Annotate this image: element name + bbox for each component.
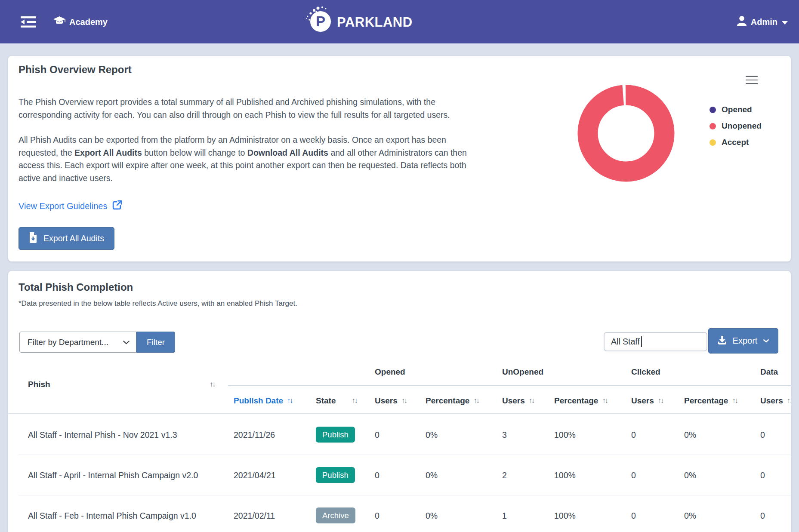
legend-dot-accept bbox=[710, 139, 716, 146]
row-separator bbox=[19, 495, 791, 495]
nav-academy-link[interactable]: Academy bbox=[53, 16, 108, 28]
cell-unopened-percentage: 100% bbox=[554, 496, 576, 532]
column-header-publish-date[interactable]: Publish Date ↑↓ bbox=[234, 396, 292, 406]
search-input[interactable]: All Staff bbox=[604, 332, 707, 351]
column-header-opened-percentage[interactable]: Percentage ↑↓ bbox=[426, 396, 478, 406]
table-row[interactable]: All Staff - April - Internal Phish Campa… bbox=[8, 455, 791, 495]
user-icon bbox=[737, 16, 747, 28]
download-all-audits-bold: Download All Audits bbox=[247, 148, 328, 157]
cell-clicked-users: 0 bbox=[631, 415, 636, 455]
cell-unopened-users: 2 bbox=[502, 455, 507, 495]
total-phish-completion-card: Total Phish Completion *Data presented i… bbox=[8, 271, 791, 532]
cell-opened-percentage: 0% bbox=[426, 496, 438, 532]
cell-clicked-percentage: 0% bbox=[684, 415, 696, 455]
caret-down-icon bbox=[782, 21, 788, 25]
legend-label: Accept bbox=[722, 138, 749, 147]
cell-phish-name[interactable]: All Staff - Feb - Internal Phish Campaig… bbox=[28, 496, 196, 532]
sort-icon: ↑↓ bbox=[658, 397, 663, 405]
cell-clicked-percentage: 0% bbox=[684, 455, 696, 495]
column-header-phish[interactable]: Phish bbox=[28, 380, 50, 389]
parkland-logo-icon[interactable]: P bbox=[303, 4, 336, 41]
section-title: Total Phish Completion bbox=[19, 281, 133, 293]
table-note: *Data presented in the below table refle… bbox=[19, 299, 297, 308]
export-all-audits-bold: Export All Audits bbox=[74, 148, 142, 157]
sort-icon: ↑↓ bbox=[732, 397, 737, 405]
sort-icon: ↑↓ bbox=[287, 397, 292, 405]
column-header-unopened-users[interactable]: Users ↑↓ bbox=[502, 396, 534, 406]
brand-name: PARKLAND bbox=[337, 15, 413, 30]
admin-menu[interactable]: Admin bbox=[737, 16, 788, 28]
cell-phish-name[interactable]: All Staff - April - Internal Phish Campa… bbox=[28, 455, 198, 495]
filter-button[interactable]: Filter bbox=[136, 332, 175, 353]
cell-phish-name[interactable]: All Staff - Internal Phish - Nov 2021 v1… bbox=[28, 415, 177, 455]
external-link-icon bbox=[112, 200, 123, 212]
column-header-clicked-percentage[interactable]: Percentage ↑↓ bbox=[684, 396, 737, 406]
sort-icon: ↑↓ bbox=[787, 397, 791, 405]
legend-dot-opened bbox=[710, 107, 716, 113]
donut-segment-unopened[interactable] bbox=[587, 95, 665, 172]
legend-item-accept[interactable]: Accept bbox=[710, 134, 762, 151]
button-label: Export All Audits bbox=[43, 234, 104, 243]
column-header-opened-users[interactable]: Users ↑↓ bbox=[375, 396, 407, 406]
cell-opened-percentage: 0% bbox=[426, 455, 438, 495]
graduation-cap-icon bbox=[53, 16, 65, 28]
sort-icon: ↑↓ bbox=[473, 397, 478, 405]
column-header-state[interactable]: State ↑↓ bbox=[316, 396, 357, 406]
chart-legend: Opened Unopened Accept bbox=[710, 101, 762, 151]
cell-data-users: 0 bbox=[760, 496, 765, 532]
cell-opened-users: 0 bbox=[375, 415, 379, 455]
legend-dot-unopened bbox=[710, 123, 716, 129]
legend-item-opened[interactable]: Opened bbox=[710, 101, 762, 118]
status-badge: Archive bbox=[316, 507, 355, 523]
cell-clicked-users: 0 bbox=[631, 455, 636, 495]
overview-paragraph-1: The Phish Overview report provides a tot… bbox=[19, 96, 552, 121]
sidebar-toggle-outdent-icon[interactable] bbox=[21, 15, 36, 28]
sort-icon: ↑↓ bbox=[401, 397, 407, 405]
phish-overview-card: Phish Overview Report The Phish Overview… bbox=[8, 56, 791, 261]
top-navbar: Academy P PARKLAND Admin bbox=[0, 0, 799, 43]
header-label: Percentage bbox=[554, 396, 598, 406]
paragraph-text: button below will change to bbox=[142, 148, 247, 157]
legend-label: Opened bbox=[722, 105, 752, 114]
sort-icon[interactable]: ↑↓ bbox=[210, 380, 215, 389]
chevron-down-icon bbox=[763, 339, 769, 343]
header-label: State bbox=[316, 396, 336, 406]
header-label: Percentage bbox=[684, 396, 728, 406]
header-label: Users bbox=[375, 396, 398, 406]
cell-publish-date: 2021/04/21 bbox=[234, 455, 276, 495]
header-label: Publish Date bbox=[234, 396, 283, 406]
table-row[interactable]: All Staff - Internal Phish - Nov 2021 v1… bbox=[8, 415, 791, 455]
button-label: Export bbox=[733, 336, 758, 346]
table-row[interactable]: All Staff - Feb - Internal Phish Campaig… bbox=[8, 496, 791, 532]
group-header-clicked: Clicked bbox=[631, 367, 660, 377]
link-label: View Export Guidelines bbox=[19, 201, 107, 211]
sort-icon: ↑↓ bbox=[529, 397, 534, 405]
row-separator bbox=[19, 455, 791, 455]
export-all-audits-button[interactable]: Export All Audits bbox=[19, 227, 114, 250]
admin-label: Admin bbox=[751, 17, 777, 27]
legend-label: Unopened bbox=[722, 121, 762, 131]
phish-status-donut-chart bbox=[577, 83, 675, 183]
column-header-data-users[interactable]: Users ↑↓ bbox=[760, 396, 791, 406]
search-value: All Staff bbox=[611, 337, 640, 347]
page-title: Phish Overview Report bbox=[19, 64, 132, 76]
file-download-icon bbox=[29, 232, 37, 245]
cell-unopened-percentage: 100% bbox=[554, 455, 576, 495]
header-label: Users bbox=[502, 396, 525, 406]
overview-paragraph-2: All Phish Audits can be exported from th… bbox=[19, 134, 552, 185]
text-cursor bbox=[641, 336, 642, 347]
column-header-unopened-percentage[interactable]: Percentage ↑↓ bbox=[554, 396, 607, 406]
status-badge: Publish bbox=[316, 427, 355, 443]
cell-data-users: 0 bbox=[760, 455, 765, 495]
column-header-clicked-users[interactable]: Users ↑↓ bbox=[631, 396, 663, 406]
group-header-unopened: UnOpened bbox=[502, 367, 543, 377]
sort-icon: ↑↓ bbox=[352, 397, 357, 405]
legend-item-unopened[interactable]: Unopened bbox=[710, 118, 762, 134]
department-filter-select[interactable]: Filter by Department... bbox=[19, 332, 136, 353]
view-export-guidelines-link[interactable]: View Export Guidelines bbox=[19, 200, 123, 212]
select-value: Filter by Department... bbox=[28, 338, 108, 347]
cell-publish-date: 2021/11/26 bbox=[234, 415, 275, 455]
header-label: Percentage bbox=[426, 396, 469, 406]
chart-context-menu-icon[interactable] bbox=[746, 76, 758, 87]
table-export-button[interactable]: Export bbox=[708, 328, 778, 354]
